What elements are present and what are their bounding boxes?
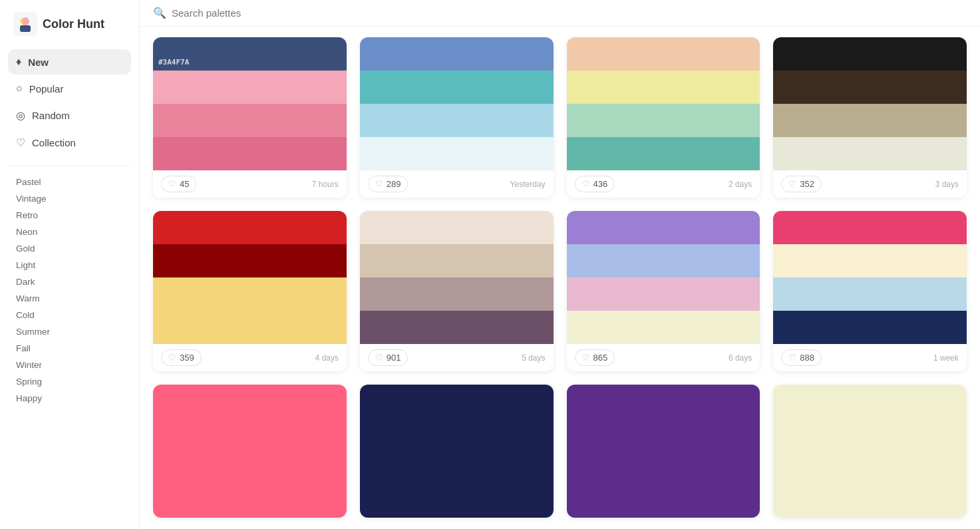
- like-button[interactable]: ♡352: [781, 176, 822, 192]
- palette-swatches: [567, 385, 760, 518]
- color-swatch: [773, 211, 967, 244]
- color-swatch: [567, 104, 760, 137]
- like-button[interactable]: ♡289: [368, 176, 408, 192]
- color-swatch: [567, 418, 760, 451]
- sidebar-tag-vintage[interactable]: Vintage: [16, 190, 123, 207]
- palette-card[interactable]: [567, 385, 760, 518]
- heart-icon: ♡: [582, 179, 590, 189]
- sidebar-tag-retro[interactable]: Retro: [16, 207, 123, 224]
- color-swatch: [360, 104, 554, 137]
- palette-card[interactable]: ♡8656 days: [567, 211, 760, 371]
- nav-label-collection: Collection: [32, 137, 76, 148]
- color-swatch: [773, 451, 967, 484]
- palette-footer: ♡9015 days: [360, 344, 554, 371]
- sidebar-tag-warm[interactable]: Warm: [16, 290, 123, 307]
- palette-swatches: [153, 211, 347, 344]
- heart-icon: ♡: [788, 179, 796, 189]
- svg-point-3: [20, 19, 24, 23]
- time-label: 6 days: [729, 353, 752, 363]
- time-label: 1 week: [933, 353, 959, 363]
- sidebar-tag-pastel[interactable]: Pastel: [16, 174, 123, 190]
- palette-card[interactable]: ♡3594 days: [153, 211, 347, 371]
- palette-card[interactable]: [773, 385, 967, 518]
- color-swatch: [360, 311, 554, 344]
- color-swatch: [153, 311, 347, 344]
- like-button[interactable]: ♡888: [781, 349, 822, 366]
- like-button[interactable]: ♡901: [368, 349, 408, 366]
- sidebar-tag-summer[interactable]: Summer: [16, 323, 123, 340]
- sidebar-tag-neon[interactable]: Neon: [16, 224, 123, 240]
- color-swatch: [153, 71, 347, 104]
- random-icon: ◎: [16, 109, 25, 122]
- color-swatch: [567, 244, 760, 277]
- palette-swatches: [567, 211, 760, 344]
- palette-card[interactable]: ♡289Yesterday: [360, 37, 554, 198]
- sidebar-tag-cold[interactable]: Cold: [16, 307, 123, 323]
- nav-label-new: New: [28, 57, 49, 68]
- color-swatch: [567, 385, 760, 418]
- like-button[interactable]: ♡359: [161, 349, 202, 366]
- like-button[interactable]: ♡865: [575, 349, 615, 366]
- like-button[interactable]: ♡45: [161, 176, 196, 192]
- collection-icon: ♡: [16, 136, 25, 149]
- palette-swatches: [153, 385, 347, 518]
- nav-item-popular[interactable]: ○ Popular: [8, 76, 131, 101]
- like-count: 352: [800, 179, 814, 189]
- logo[interactable]: Color Hunt: [0, 8, 139, 47]
- heart-icon: ♡: [375, 353, 383, 363]
- palette-card[interactable]: ♡8881 week: [773, 211, 967, 371]
- heart-icon: ♡: [168, 353, 176, 363]
- palette-grid: #3A4F7A♡457 hours♡289Yesterday♡4362 days…: [140, 27, 980, 529]
- palette-card[interactable]: #3A4F7A♡457 hours: [153, 37, 347, 198]
- sidebar-tag-light[interactable]: Light: [16, 257, 123, 273]
- palette-card[interactable]: [153, 385, 347, 518]
- color-swatch: [153, 277, 347, 311]
- palette-swatches: #3A4F7A: [153, 37, 347, 170]
- palette-card[interactable]: [360, 385, 554, 518]
- time-label: 4 days: [315, 353, 338, 363]
- color-swatch: [567, 211, 760, 244]
- logo-icon: [13, 12, 37, 36]
- palette-card[interactable]: ♡3523 days: [773, 37, 967, 198]
- color-swatch: [153, 104, 347, 137]
- color-swatch: [360, 418, 554, 451]
- time-label: 3 days: [935, 180, 959, 189]
- sidebar-tag-spring[interactable]: Spring: [16, 373, 123, 390]
- search-bar: 🔍: [140, 0, 980, 27]
- palette-swatches: [567, 37, 760, 170]
- popular-icon: ○: [16, 83, 23, 94]
- color-swatch: [773, 311, 967, 344]
- sidebar-tag-happy[interactable]: Happy: [16, 390, 123, 407]
- nav-divider: [8, 165, 131, 166]
- color-swatch: [360, 71, 554, 104]
- color-swatch: [773, 137, 967, 170]
- time-label: 7 hours: [312, 180, 339, 189]
- nav-label-popular: Popular: [29, 83, 64, 94]
- swatch-hex-label: #3A4F7A: [158, 58, 189, 67]
- sidebar-tag-winter[interactable]: Winter: [16, 357, 123, 373]
- sidebar-tag-gold[interactable]: Gold: [16, 240, 123, 257]
- like-button[interactable]: ♡436: [575, 176, 615, 192]
- sidebar: Color Hunt ♦ New ○ Popular ◎ Random ♡ Co…: [0, 0, 140, 529]
- color-swatch: [773, 244, 967, 277]
- palette-swatches: [773, 385, 967, 518]
- color-swatch: [773, 484, 967, 518]
- nav-item-new[interactable]: ♦ New: [8, 49, 131, 75]
- color-swatch: [773, 385, 967, 418]
- color-swatch: [360, 137, 554, 170]
- palette-card[interactable]: ♡4362 days: [567, 37, 760, 198]
- nav-item-collection[interactable]: ♡ Collection: [8, 130, 131, 156]
- search-input[interactable]: [172, 7, 967, 19]
- sidebar-tag-dark[interactable]: Dark: [16, 273, 123, 290]
- main-content: 🔍 #3A4F7A♡457 hours♡289Yesterday♡4362 da…: [140, 0, 980, 529]
- nav-item-random[interactable]: ◎ Random: [8, 102, 131, 128]
- color-swatch: [153, 418, 347, 451]
- svg-rect-2: [20, 25, 31, 32]
- sidebar-tag-fall[interactable]: Fall: [16, 340, 123, 357]
- palette-card[interactable]: ♡9015 days: [360, 211, 554, 371]
- color-swatch: [773, 104, 967, 137]
- color-swatch: #3A4F7A: [153, 37, 347, 71]
- palette-footer: ♡4362 days: [567, 170, 760, 198]
- color-swatch: [360, 451, 554, 484]
- color-swatch: [360, 385, 554, 418]
